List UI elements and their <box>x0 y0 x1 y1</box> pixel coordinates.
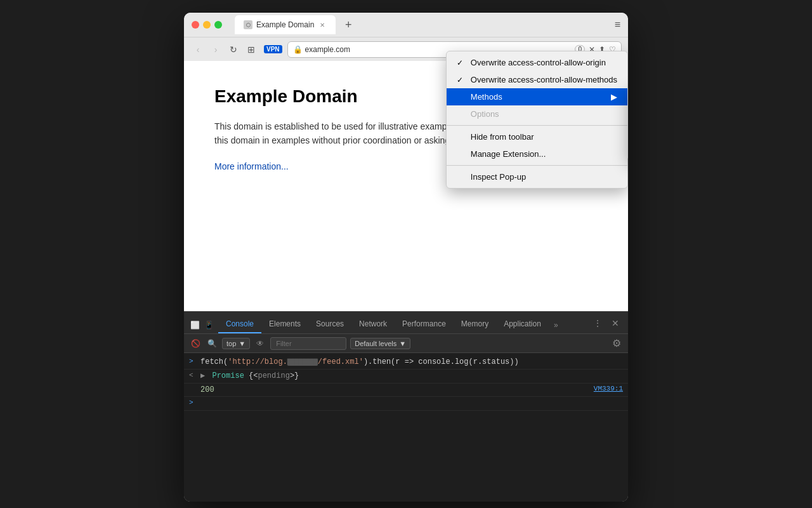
tab-performance[interactable]: Performance <box>395 316 454 333</box>
console-toolbar: 🚫 🔍 top ▼ 👁 Default levels ▼ ⚙ <box>184 334 628 353</box>
submenu-arrow-icon: ▶ <box>611 92 617 102</box>
tab-network[interactable]: Network <box>351 316 395 333</box>
menu-item-options-label: Options <box>471 109 499 119</box>
reload-button[interactable]: ↻ <box>226 42 241 57</box>
console-prompt-text[interactable] <box>200 398 623 409</box>
devtools-tab-bar: ⬜ 📱 Console Elements Sources Network Per… <box>184 312 628 334</box>
menu-item-overwrite-methods-label: Overwrite access-control-allow-methods <box>471 75 617 84</box>
console-promise-line: < ▶ Promise {<pending>} <box>184 370 628 384</box>
tab-close-button[interactable]: ✕ <box>318 20 327 29</box>
menu-item-overwrite-origin-label: Overwrite access-control-allow-origin <box>471 58 606 67</box>
log-level-value: Default levels <box>355 340 396 347</box>
shield-icon: 🔒 <box>293 45 303 54</box>
console-output: > fetch('http://blog.████████/feed.xml')… <box>184 353 628 502</box>
check-icon: ✓ <box>457 58 466 67</box>
menu-item-inspect-popup[interactable]: Inspect Pop-up <box>447 168 627 185</box>
browser-tab[interactable]: ⬡ Example Domain ✕ <box>235 15 336 34</box>
browser-window: ⬡ Example Domain ✕ + ≡ ‹ › ↻ ⊞ VPN 🔒 exa… <box>184 13 628 502</box>
context-value: top <box>226 340 236 347</box>
context-menu: ✓ Overwrite access-control-allow-origin … <box>446 51 628 189</box>
menu-item-hide-toolbar[interactable]: Hide from toolbar <box>447 128 627 145</box>
console-input-text: fetch('http://blog.████████/feed.xml').t… <box>200 357 623 368</box>
console-result-line: 200 VM339:1 <box>184 384 628 398</box>
clear-console-button[interactable]: 🚫 <box>189 337 202 350</box>
menu-item-hide-toolbar-label: Hide from toolbar <box>471 132 534 142</box>
devtools-actions: ⋮ ✕ <box>590 316 623 333</box>
filter-input[interactable] <box>270 337 346 350</box>
forward-button[interactable]: › <box>208 42 223 57</box>
menu-item-methods-label: Methods <box>471 92 502 102</box>
tab-elements[interactable]: Elements <box>261 316 308 333</box>
console-promise-text: ▶ Promise {<pending>} <box>200 371 623 382</box>
devtools-inspect-icon[interactable]: ⬜ <box>189 319 200 331</box>
grid-button[interactable]: ⊞ <box>244 42 259 57</box>
tab-sources[interactable]: Sources <box>308 316 351 333</box>
url-text[interactable]: example.com <box>305 45 350 54</box>
menu-item-options: Options <box>447 105 627 123</box>
console-result-text: 200 <box>200 385 587 396</box>
menu-item-overwrite-methods[interactable]: ✓ Overwrite access-control-allow-methods <box>447 71 627 88</box>
menu-item-overwrite-origin[interactable]: ✓ Overwrite access-control-allow-origin <box>447 54 627 71</box>
devtools-panel: ⬜ 📱 Console Elements Sources Network Per… <box>184 311 628 502</box>
tab-area: ⬡ Example Domain ✕ + <box>235 15 610 34</box>
back-button[interactable]: ‹ <box>190 42 206 57</box>
console-input-line: > fetch('http://blog.████████/feed.xml')… <box>184 356 628 370</box>
menu-item-manage-extension-label: Manage Extension... <box>471 149 546 159</box>
devtools-device-icon[interactable]: 📱 <box>203 319 214 331</box>
log-level-select[interactable]: Default levels ▼ <box>350 338 410 349</box>
tab-application[interactable]: Application <box>496 316 549 333</box>
sub-menu: ✓ PUT ✓ DELETE ✓ OPTIONS ✓ PATCH <box>627 86 628 161</box>
menu-item-manage-extension[interactable]: Manage Extension... <box>447 145 627 163</box>
devtools-close-button[interactable]: ✕ <box>608 316 623 331</box>
menu-item-methods[interactable]: Methods ▶ ✓ PUT ✓ DELETE ✓ OPTIONS <box>447 88 627 105</box>
input-indicator: > <box>189 357 197 365</box>
filter-icon[interactable]: 🔍 <box>206 337 218 350</box>
more-info-link[interactable]: More information... <box>214 161 289 171</box>
result-line-number[interactable]: VM339:1 <box>587 385 623 392</box>
traffic-lights <box>192 21 222 29</box>
title-bar: ⬡ Example Domain ✕ + ≡ <box>184 13 628 37</box>
tab-console[interactable]: Console <box>218 316 261 333</box>
check-icon-2: ✓ <box>457 76 466 84</box>
tab-label: Example Domain <box>256 20 314 29</box>
tab-more-button[interactable]: » <box>549 317 563 333</box>
log-level-chevron: ▼ <box>399 340 406 347</box>
prompt-indicator: > <box>189 398 197 406</box>
devtools-menu-button[interactable]: ⋮ <box>590 316 605 331</box>
menu-item-inspect-popup-label: Inspect Pop-up <box>471 172 526 182</box>
new-tab-button[interactable]: + <box>339 16 357 34</box>
nav-buttons: ‹ › ↻ ⊞ <box>190 42 259 57</box>
promise-indicator: < <box>189 371 197 379</box>
console-prompt-line: > <box>184 397 628 411</box>
context-chevron: ▼ <box>239 340 246 347</box>
eye-icon[interactable]: 👁 <box>254 337 266 350</box>
title-bar-menu[interactable]: ≡ <box>615 19 620 30</box>
tab-favicon: ⬡ <box>244 20 252 29</box>
close-button[interactable] <box>192 21 199 29</box>
maximize-button[interactable] <box>214 21 222 29</box>
result-indicator <box>189 385 197 385</box>
context-select[interactable]: top ▼ <box>222 338 250 349</box>
vpn-badge[interactable]: VPN <box>264 45 282 53</box>
menu-separator-2 <box>447 165 627 166</box>
console-settings-button[interactable]: ⚙ <box>610 337 623 350</box>
devtools-sidebar-icons: ⬜ 📱 <box>189 319 214 333</box>
minimize-button[interactable] <box>203 21 211 29</box>
tab-memory[interactable]: Memory <box>454 316 496 333</box>
menu-separator-1 <box>447 125 627 126</box>
context-menu-overlay: ✓ Overwrite access-control-allow-origin … <box>446 51 628 189</box>
